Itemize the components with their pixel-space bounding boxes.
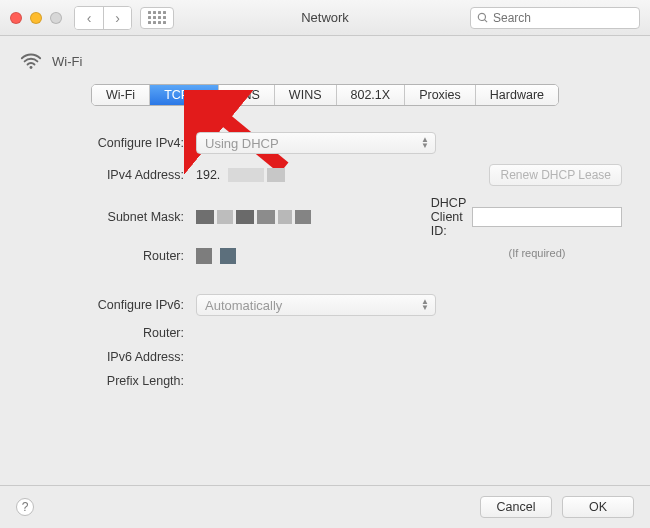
svg-point-0 [30, 66, 33, 69]
subnet-mask-value [196, 210, 444, 224]
redacted-block [196, 248, 212, 264]
configure-ipv6-label: Configure IPv6: [28, 298, 188, 312]
configure-ipv4-value: Using DHCP [205, 136, 279, 151]
tab-wifi[interactable]: Wi-Fi [92, 85, 150, 105]
chevron-left-icon: ‹ [87, 11, 92, 25]
prefix-length-label: Prefix Length: [28, 374, 188, 388]
minimize-window-button[interactable] [30, 12, 42, 24]
required-hint: (If required) [509, 247, 566, 259]
tab-proxies[interactable]: Proxies [405, 85, 476, 105]
redacted-block [228, 168, 285, 182]
window-title: Network [301, 10, 349, 25]
ipv4-router-value [196, 248, 444, 264]
back-button[interactable]: ‹ [75, 7, 103, 29]
ipv4-address-label: IPv4 Address: [28, 168, 188, 182]
ipv4-address-value: 192. [196, 168, 444, 182]
segmented-tabs: Wi-Fi TCP/IP DNS WINS 802.1X Proxies Har… [91, 84, 559, 106]
tcpip-form: Configure IPv4: Using DHCP ▲▼ IPv4 Addre… [18, 116, 632, 388]
grid-icon [148, 11, 166, 24]
search-input[interactable] [493, 11, 633, 25]
dhcp-client-id-label: DHCP Client ID: [431, 196, 466, 238]
nav-back-forward: ‹ › [74, 6, 132, 30]
search-icon [477, 12, 489, 24]
tab-dns[interactable]: DNS [219, 85, 274, 105]
search-field[interactable] [470, 7, 640, 29]
titlebar: ‹ › Network [0, 0, 650, 36]
close-window-button[interactable] [10, 12, 22, 24]
chevron-updown-icon: ▲▼ [421, 137, 429, 149]
cancel-button[interactable]: Cancel [480, 496, 552, 518]
interface-header: Wi-Fi [20, 50, 632, 72]
help-button[interactable]: ? [16, 498, 34, 516]
window-traffic-lights [10, 12, 62, 24]
chevron-right-icon: › [115, 11, 120, 25]
dhcp-client-id-input[interactable] [472, 207, 622, 227]
tab-hardware[interactable]: Hardware [476, 85, 558, 105]
configure-ipv4-label: Configure IPv4: [28, 136, 188, 150]
forward-button[interactable]: › [103, 7, 131, 29]
show-all-button[interactable] [140, 7, 174, 29]
tab-bar: Wi-Fi TCP/IP DNS WINS 802.1X Proxies Har… [18, 84, 632, 106]
renew-dhcp-lease-button[interactable]: Renew DHCP Lease [489, 164, 622, 186]
tab-wins[interactable]: WINS [275, 85, 337, 105]
tab-8021x[interactable]: 802.1X [337, 85, 406, 105]
panel-body: Wi-Fi Wi-Fi TCP/IP DNS WINS 802.1X Proxi… [0, 36, 650, 485]
ipv6-address-label: IPv6 Address: [28, 350, 188, 364]
network-prefs-window: ‹ › Network Wi-Fi Wi-Fi TCP/IP DNS [0, 0, 650, 528]
redacted-block [220, 248, 236, 264]
configure-ipv6-popup[interactable]: Automatically ▲▼ [196, 294, 436, 316]
redacted-block [196, 210, 311, 224]
subnet-mask-label: Subnet Mask: [28, 210, 188, 224]
ipv6-router-label: Router: [28, 326, 188, 340]
interface-name: Wi-Fi [52, 54, 82, 69]
ipv4-address-partial: 192. [196, 168, 220, 182]
chevron-updown-icon: ▲▼ [421, 299, 429, 311]
zoom-window-button[interactable] [50, 12, 62, 24]
action-buttons: Cancel OK [480, 496, 634, 518]
tab-tcpip[interactable]: TCP/IP [150, 85, 219, 105]
configure-ipv6-value: Automatically [205, 298, 282, 313]
configure-ipv4-popup[interactable]: Using DHCP ▲▼ [196, 132, 436, 154]
ipv4-router-label: Router: [28, 249, 188, 263]
ok-button[interactable]: OK [562, 496, 634, 518]
footer: ? Cancel OK [0, 485, 650, 528]
wifi-icon [20, 50, 42, 72]
